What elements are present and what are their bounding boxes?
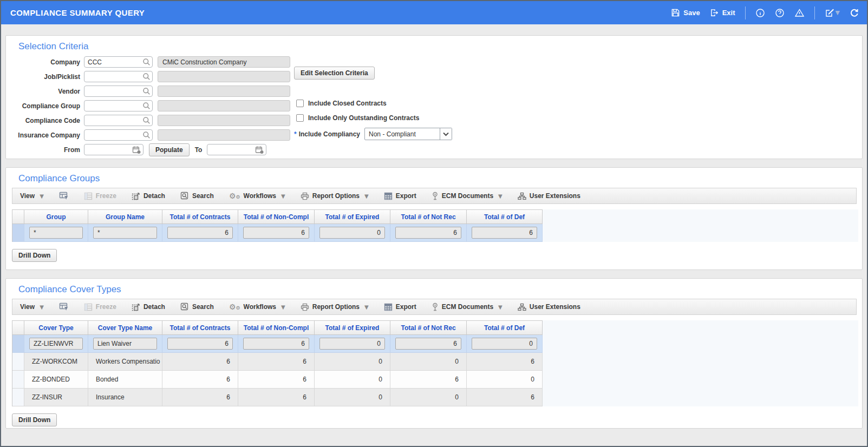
- header-selector-cell: [12, 209, 24, 224]
- table-cell: 6: [238, 353, 315, 370]
- table-row[interactable]: **66066: [12, 224, 543, 242]
- table-row[interactable]: ZZ-LIENWVRLien Waiver66060: [12, 335, 543, 353]
- cover-types-drill-down-button[interactable]: Drill Down: [12, 413, 57, 426]
- table-cell: 6: [467, 353, 543, 370]
- detach-button[interactable]: Detach: [132, 192, 165, 200]
- workflows-menu[interactable]: ⚙⚙Workflows▼: [229, 192, 285, 200]
- titlebar-separator: [745, 6, 746, 19]
- cell-field[interactable]: *: [93, 227, 157, 239]
- edit-menu-button[interactable]: ▼: [825, 8, 840, 18]
- column-header[interactable]: Cover Type: [24, 320, 88, 335]
- compliance-groups-toolbar: View▼FreezeDetachSearch⚙⚙Workflows▼Repor…: [12, 188, 857, 204]
- search-icon[interactable]: [142, 131, 151, 139]
- row-selector-cell[interactable]: [12, 335, 24, 352]
- table-row[interactable]: ZZ-INSURInsurance66006: [12, 389, 543, 406]
- cell-field[interactable]: 6: [395, 227, 461, 239]
- calendar-icon[interactable]: [132, 146, 141, 154]
- column-header[interactable]: Total # of Contracts: [162, 209, 238, 224]
- detach-button[interactable]: Detach: [132, 303, 165, 311]
- row-selector-cell[interactable]: [12, 389, 24, 406]
- cell-field[interactable]: 0: [319, 338, 385, 350]
- view-menu[interactable]: View▼: [20, 303, 44, 311]
- ecm-documents-menu[interactable]: ECM Documents▼: [432, 303, 502, 311]
- column-header[interactable]: Total # of Expired: [315, 209, 390, 224]
- table-row[interactable]: ZZ-WORKCOMWorkers Compensatio66006: [12, 353, 543, 371]
- cell-field[interactable]: ZZ-LIENWVR: [29, 338, 83, 350]
- save-button[interactable]: Save: [671, 8, 700, 17]
- row-selector-cell[interactable]: [12, 353, 24, 370]
- search-icon[interactable]: [142, 58, 151, 66]
- search-icon[interactable]: [142, 73, 151, 81]
- populate-button[interactable]: Populate: [149, 143, 190, 156]
- ecm-documents-menu[interactable]: ECM Documents▼: [432, 192, 502, 200]
- search-button[interactable]: Search: [180, 192, 214, 200]
- column-header[interactable]: Total # of Def: [467, 209, 543, 224]
- cell-field[interactable]: 6: [167, 338, 233, 350]
- cell-field[interactable]: *: [29, 227, 83, 239]
- selection-criteria-panel: Selection Criteria CompanyCMiC Construct…: [5, 35, 863, 159]
- table-cell: 6: [162, 353, 238, 370]
- column-header[interactable]: Total # of Not Rec: [390, 320, 467, 335]
- workflows-menu[interactable]: ⚙⚙Workflows▼: [229, 303, 285, 311]
- report-options-menu[interactable]: Report Options▼: [301, 192, 369, 200]
- include-closed-contracts-checkbox[interactable]: [296, 100, 304, 107]
- query-by-example-button[interactable]: [59, 303, 69, 311]
- refresh-icon[interactable]: [850, 8, 859, 18]
- column-header[interactable]: Group Name: [88, 209, 162, 224]
- cell-field[interactable]: Lien Waiver: [93, 338, 157, 350]
- query-by-example-button[interactable]: [59, 192, 69, 200]
- cell-field[interactable]: 0: [319, 227, 385, 239]
- table-cell: 6: [162, 224, 238, 241]
- chevron-down-icon: ▼: [40, 193, 44, 199]
- table-cell: 0: [315, 389, 390, 406]
- search-page-icon: [180, 303, 189, 311]
- cell-field[interactable]: 6: [243, 338, 309, 350]
- user-extensions-button[interactable]: User Extensions: [518, 303, 580, 311]
- cell-field[interactable]: 0: [472, 338, 537, 350]
- groups-drill-down-button[interactable]: Drill Down: [12, 249, 57, 262]
- table-header-row: GroupGroup NameTotal # of ContractsTotal…: [12, 209, 543, 224]
- edit-selection-criteria-button[interactable]: Edit Selection Criteria: [294, 67, 375, 80]
- search-icon[interactable]: [142, 102, 151, 110]
- user-extensions-button[interactable]: User Extensions: [518, 192, 580, 200]
- calendar-icon[interactable]: [255, 146, 264, 154]
- freeze-icon: [84, 303, 93, 311]
- search-icon[interactable]: [142, 87, 151, 95]
- column-header[interactable]: Cover Type Name: [88, 320, 162, 335]
- freeze-icon: [84, 192, 93, 200]
- export-button[interactable]: Export: [384, 192, 416, 200]
- table-row[interactable]: ZZ-BONDEDBonded66060: [12, 371, 543, 389]
- search-button[interactable]: Search: [180, 303, 214, 311]
- include-compliancy-row: * Include Compliancy Non - Compliant: [294, 128, 452, 140]
- column-header[interactable]: Group: [24, 209, 88, 224]
- table-cell: 6: [162, 389, 238, 406]
- export-button[interactable]: Export: [384, 303, 416, 311]
- report-options-menu[interactable]: Report Options▼: [301, 303, 369, 311]
- exit-button[interactable]: Exit: [710, 8, 735, 17]
- cell-field[interactable]: 6: [472, 227, 537, 239]
- compliance-groups-title: Compliance Groups: [6, 168, 862, 185]
- column-header[interactable]: Total # of Non-Compl: [238, 209, 315, 224]
- column-header[interactable]: Total # of Contracts: [162, 320, 238, 335]
- lov-field: [84, 115, 153, 126]
- info-icon[interactable]: [755, 8, 765, 18]
- cell-field[interactable]: 6: [395, 338, 461, 350]
- warning-icon[interactable]: [794, 8, 805, 18]
- row-selector-cell[interactable]: [12, 224, 24, 241]
- form-row: Compliance Group: [6, 98, 862, 113]
- table-cell: Workers Compensatio: [88, 353, 162, 370]
- cell-field[interactable]: 6: [243, 227, 309, 239]
- detach-icon: [132, 192, 140, 200]
- include-compliancy-select[interactable]: Non - Compliant: [364, 128, 452, 140]
- view-menu[interactable]: View▼: [20, 192, 44, 200]
- column-header[interactable]: Total # of Def: [467, 320, 543, 335]
- column-header[interactable]: Total # of Not Rec: [390, 209, 467, 224]
- include-only-outstanding-contracts-checkbox[interactable]: [296, 114, 304, 122]
- column-header[interactable]: Total # of Expired: [315, 320, 390, 335]
- cell-field[interactable]: 6: [167, 227, 233, 239]
- help-icon[interactable]: [775, 8, 785, 18]
- column-header[interactable]: Total # of Non-Compl: [238, 320, 315, 335]
- readonly-description-field: CMiC Construction Company: [158, 56, 290, 68]
- row-selector-cell[interactable]: [12, 371, 24, 388]
- search-icon[interactable]: [142, 116, 151, 124]
